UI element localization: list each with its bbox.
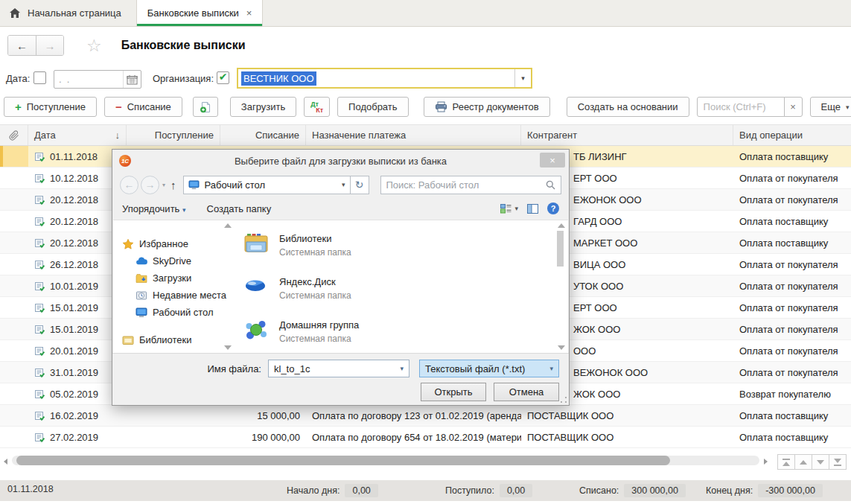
- new-folder-button[interactable]: Создать папку: [207, 203, 272, 214]
- scroll-right-icon[interactable]: [764, 459, 768, 465]
- cell-operation[interactable]: Оплата от покупателя: [733, 275, 851, 296]
- chevron-down-icon[interactable]: ▾: [549, 365, 553, 372]
- cell-operation[interactable]: Оплата поставщику: [733, 211, 851, 232]
- sidebar-item[interactable]: Избранное: [113, 235, 231, 252]
- column-purpose[interactable]: Назначение платежа: [306, 125, 521, 145]
- go-last-button[interactable]: [829, 454, 847, 470]
- triangle-down-icon: [834, 459, 841, 463]
- file-list-scrollbar[interactable]: [557, 223, 565, 350]
- cell-counterparty[interactable]: ПОСТАВЩИК ООО: [521, 427, 733, 447]
- writeoff-button[interactable]: −Списание: [104, 97, 182, 117]
- refresh-button[interactable]: ↻: [351, 176, 369, 194]
- cell-operation[interactable]: Оплата поставщику: [733, 427, 851, 447]
- sidebar-item[interactable]: SkyDrive: [113, 252, 231, 269]
- dialog-search-input[interactable]: [386, 179, 546, 191]
- sidebar-item[interactable]: Недавние места: [113, 287, 231, 304]
- forward-button[interactable]: →: [36, 36, 63, 55]
- help-button[interactable]: ?: [547, 202, 559, 214]
- cell-incoming[interactable]: [127, 427, 220, 447]
- cell-purpose[interactable]: Оплата по договору 654 от 18.02.2019 (ма…: [306, 427, 521, 447]
- load-button[interactable]: Загрузить: [230, 97, 296, 117]
- preview-pane-icon[interactable]: [527, 204, 538, 214]
- cell-date[interactable]: 27.02.2019: [28, 427, 127, 447]
- go-next-button[interactable]: [812, 454, 829, 470]
- sidebar-item[interactable]: Загрузки: [113, 269, 231, 287]
- scroll-down-icon[interactable]: [558, 345, 565, 350]
- cell-operation[interactable]: Оплата поставщику: [733, 232, 851, 253]
- cell-operation[interactable]: Оплата от покупателя: [733, 319, 851, 339]
- resize-grip[interactable]: [561, 397, 567, 403]
- cell-date[interactable]: 16.02.2019: [28, 405, 127, 426]
- registry-button[interactable]: Реестр документов: [424, 97, 550, 117]
- cell-operation[interactable]: Оплата от покупателя: [733, 297, 851, 318]
- cell-purpose[interactable]: Оплата по договору 123 от 01.02.2019 (ар…: [306, 405, 521, 426]
- cancel-button[interactable]: Отмена: [494, 383, 559, 401]
- tab-bank-statements[interactable]: Банковские выписки ×: [136, 0, 264, 26]
- table-row[interactable]: 16.02.2019 15 000,00 Оплата по договору …: [0, 405, 851, 427]
- create-document-button[interactable]: [193, 97, 218, 117]
- cell-operation[interactable]: Оплата поставщику: [733, 405, 851, 426]
- cell-operation[interactable]: Оплата от покупателя: [733, 340, 851, 361]
- file-item[interactable]: Библиотеки Системная папка: [243, 232, 568, 258]
- cell-incoming[interactable]: [127, 405, 220, 426]
- column-date[interactable]: Дата↓: [28, 125, 127, 145]
- dialog-forward-button[interactable]: →: [141, 176, 159, 194]
- tab-close-icon[interactable]: ×: [246, 8, 252, 18]
- file-item[interactable]: Домашняя группа Системная папка: [243, 319, 568, 344]
- breadcrumb[interactable]: Рабочий стол ▾: [183, 176, 351, 194]
- dialog-title-bar[interactable]: 1С Выберите файл для загрузки выписки из…: [112, 150, 569, 172]
- date-filter-checkbox[interactable]: [34, 71, 46, 84]
- create-based-on-button[interactable]: Создать на основании: [567, 97, 689, 117]
- table-row[interactable]: 27.02.2019 190 000,00 Оплата по договору…: [0, 427, 851, 448]
- open-button[interactable]: Открыть: [421, 383, 486, 401]
- dialog-back-button[interactable]: ←: [120, 176, 138, 194]
- calendar-button[interactable]: [123, 71, 141, 88]
- cell-counterparty[interactable]: ПОСТАВЩИК ООО: [521, 405, 733, 426]
- cell-operation[interactable]: Возврат покупателю: [733, 383, 851, 404]
- cell-operation[interactable]: Оплата от покупателя: [733, 189, 851, 210]
- filename-combobox[interactable]: kl_to_1c ▾: [268, 360, 409, 377]
- history-dropdown-icon[interactable]: ▾: [162, 182, 165, 188]
- search-input[interactable]: [697, 97, 785, 117]
- more-button[interactable]: Еще▾: [810, 97, 851, 117]
- receipt-button[interactable]: +Поступление: [4, 97, 97, 117]
- sidebar-scrollbar[interactable]: [223, 223, 231, 350]
- sidebar-item[interactable]: Библиотеки: [113, 331, 231, 348]
- pick-button[interactable]: Подобрать: [337, 97, 408, 117]
- cell-operation[interactable]: Оплата от покупателя: [733, 254, 851, 275]
- scroll-left-icon[interactable]: [4, 459, 7, 465]
- column-operation[interactable]: Вид операции: [733, 125, 851, 145]
- up-folder-button[interactable]: ↑: [170, 179, 176, 191]
- scrollbar-thumb[interactable]: [16, 456, 670, 465]
- file-item[interactable]: Яндекс.Диск Системная папка: [243, 275, 568, 301]
- cell-outgoing[interactable]: 190 000,00: [220, 427, 306, 447]
- cell-operation[interactable]: Оплата поставщику: [733, 146, 851, 167]
- filetype-combobox[interactable]: Текстовый файл (*.txt) ▾: [419, 360, 559, 377]
- column-outgoing[interactable]: Списание: [220, 125, 306, 145]
- cell-operation[interactable]: Оплата от покупателя: [733, 362, 851, 383]
- cell-operation[interactable]: Оплата от покупателя: [733, 168, 851, 188]
- go-prev-button[interactable]: [794, 454, 812, 470]
- org-filter-checkbox[interactable]: ✔: [217, 71, 229, 84]
- chevron-down-icon[interactable]: ▾: [342, 181, 345, 188]
- back-button[interactable]: ←: [8, 36, 36, 55]
- organize-button[interactable]: Упорядочить ▾: [122, 203, 186, 214]
- org-input[interactable]: ВЕСТНИК ООО ▾: [237, 68, 532, 89]
- search-clear-button[interactable]: ×: [784, 97, 803, 117]
- cell-outgoing[interactable]: 15 000,00: [220, 405, 306, 426]
- dialog-close-button[interactable]: ×: [540, 153, 565, 168]
- go-first-button[interactable]: [777, 454, 795, 470]
- column-counterparty[interactable]: Контрагент: [521, 125, 733, 145]
- chevron-down-icon[interactable]: ▾: [400, 365, 404, 372]
- sidebar-item[interactable]: Рабочий стол: [113, 304, 231, 321]
- favorite-star-icon[interactable]: ☆: [86, 36, 102, 56]
- scrollbar-thumb[interactable]: [557, 231, 564, 267]
- scroll-up-icon[interactable]: [558, 223, 565, 228]
- column-incoming[interactable]: Поступление: [127, 125, 220, 145]
- dt-kt-button[interactable]: ДтКт: [304, 97, 330, 117]
- date-input[interactable]: [54, 74, 123, 85]
- column-attachment[interactable]: [0, 125, 28, 145]
- view-mode-button[interactable]: ▾: [500, 204, 518, 214]
- org-dropdown-button[interactable]: ▾: [514, 69, 531, 87]
- tab-home-page[interactable]: Начальная страница: [0, 0, 136, 26]
